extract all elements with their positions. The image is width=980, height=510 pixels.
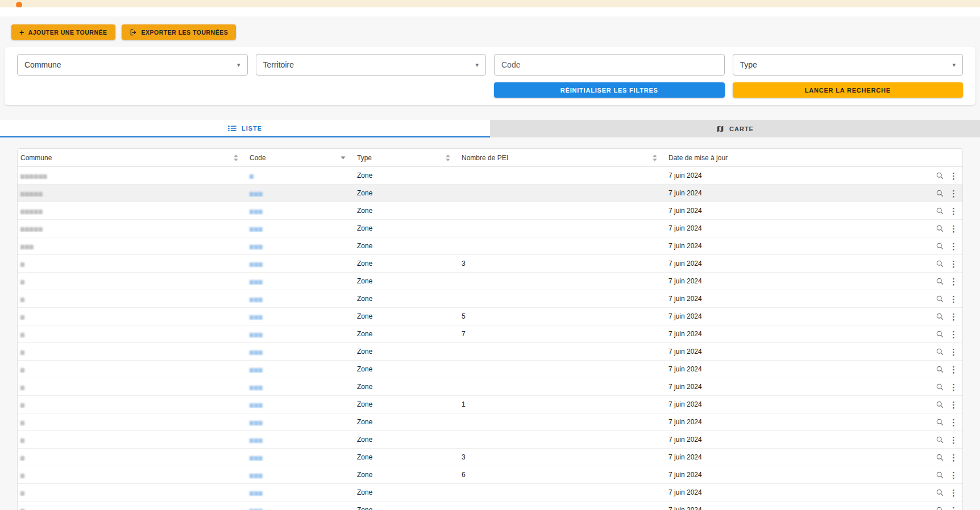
cell-pei: 6 — [458, 471, 665, 479]
code-link[interactable]: ▆▆▆ — [250, 296, 263, 302]
table-row: ▆▆▆▆Zone7 juin 2024⋮ — [18, 431, 962, 449]
territoire-select[interactable]: Territoire ▾ — [256, 54, 487, 76]
view-row-button[interactable] — [936, 506, 944, 510]
row-menu-button[interactable]: ⋮ — [949, 189, 958, 198]
row-menu-button[interactable]: ⋮ — [949, 436, 958, 444]
cell-commune: ▆ — [18, 471, 246, 479]
table-row: ▆▆▆▆▆▆▆▆Zone7 juin 2024⋮ — [18, 220, 962, 237]
code-link[interactable]: ▆▆▆ — [250, 244, 263, 249]
row-menu-button[interactable]: ⋮ — [949, 312, 958, 321]
commune-select[interactable]: Commune ▾ — [17, 54, 248, 76]
cell-code: ▆▆▆ — [246, 348, 354, 356]
view-row-button[interactable] — [936, 365, 944, 374]
column-header-type[interactable]: Type — [354, 149, 458, 166]
code-link[interactable]: ▆▆▆ — [250, 402, 263, 408]
view-row-button[interactable] — [936, 453, 944, 462]
view-row-button[interactable] — [936, 224, 944, 233]
code-link[interactable]: ▆▆▆ — [250, 208, 263, 214]
row-menu-button[interactable]: ⋮ — [949, 207, 958, 215]
view-row-button[interactable] — [936, 172, 944, 180]
view-row-button[interactable] — [936, 207, 944, 215]
row-menu-button[interactable]: ⋮ — [949, 383, 958, 391]
row-menu-button[interactable]: ⋮ — [949, 453, 958, 462]
export-label: EXPORTER LES TOURNÉES — [142, 29, 229, 36]
code-link[interactable]: ▆▆▆ — [250, 437, 263, 443]
add-tour-button[interactable]: + AJOUTER UNE TOURNÉE — [11, 24, 115, 40]
row-menu-button[interactable]: ⋮ — [949, 330, 958, 338]
commune-redacted-text: ▆▆▆▆▆▆ — [20, 173, 48, 179]
tab-liste[interactable]: LISTE — [0, 120, 490, 137]
row-menu-button[interactable]: ⋮ — [949, 400, 958, 409]
search-button[interactable]: LANCER LA RECHERCHE — [733, 82, 964, 98]
export-tours-button[interactable]: EXPORTER LES TOURNÉES — [122, 24, 236, 40]
cell-type: Zone — [354, 260, 458, 267]
view-row-button[interactable] — [936, 312, 944, 321]
code-link[interactable]: ▆▆▆ — [250, 384, 263, 390]
cell-date: 7 juin 2024 — [665, 471, 923, 479]
view-row-button[interactable] — [936, 383, 944, 391]
type-select[interactable]: Type ▾ — [733, 54, 964, 76]
cell-date: 7 juin 2024 — [665, 330, 923, 338]
view-row-button[interactable] — [936, 488, 944, 497]
row-menu-button[interactable]: ⋮ — [949, 488, 958, 497]
column-header-code[interactable]: Code — [246, 149, 354, 166]
commune-redacted-text: ▆ — [20, 332, 25, 337]
reset-filters-button[interactable]: RÉINITIALISER LES FILTRES — [494, 82, 725, 98]
code-link[interactable]: ▆▆▆ — [250, 226, 263, 232]
code-link[interactable]: ▆▆▆ — [250, 508, 263, 510]
view-row-button[interactable] — [936, 330, 944, 338]
code-link[interactable]: ▆▆▆ — [250, 490, 263, 496]
code-link[interactable]: ▆▆▆ — [250, 191, 263, 197]
row-menu-button[interactable]: ⋮ — [949, 242, 958, 250]
tab-carte[interactable]: CARTE — [490, 120, 980, 137]
map-icon — [716, 125, 724, 133]
table-row: ▆▆▆▆▆▆Zone7 juin 2024⋮ — [18, 237, 962, 255]
cell-date: 7 juin 2024 — [665, 436, 923, 444]
cell-type: Zone — [354, 189, 458, 197]
code-link[interactable]: ▆▆▆ — [250, 314, 263, 320]
code-link[interactable]: ▆▆▆ — [250, 367, 263, 373]
row-menu-button[interactable]: ⋮ — [949, 348, 958, 356]
cell-code: ▆▆▆ — [246, 242, 354, 250]
cell-type: Zone — [354, 471, 458, 479]
view-row-button[interactable] — [936, 277, 944, 286]
view-row-button[interactable] — [936, 471, 944, 479]
code-link[interactable]: ▆▆▆ — [250, 420, 263, 425]
view-row-button[interactable] — [936, 260, 944, 268]
view-row-button[interactable] — [936, 295, 944, 303]
column-header-date: Date de mise à jour — [665, 149, 923, 166]
view-row-button[interactable] — [936, 418, 944, 427]
view-row-button[interactable] — [936, 400, 944, 409]
row-menu-button[interactable]: ⋮ — [949, 365, 958, 374]
code-input[interactable] — [494, 54, 725, 76]
view-row-button[interactable] — [936, 348, 944, 356]
cell-code: ▆▆▆ — [246, 383, 354, 391]
cell-date: 7 juin 2024 — [665, 400, 923, 408]
row-menu-button[interactable]: ⋮ — [949, 418, 958, 427]
commune-redacted-text: ▆▆▆▆▆ — [20, 208, 43, 214]
code-link[interactable]: ▆ — [250, 173, 254, 179]
code-link[interactable]: ▆▆▆ — [250, 455, 263, 461]
code-link[interactable]: ▆▆▆ — [250, 279, 263, 285]
row-menu-button[interactable]: ⋮ — [949, 506, 958, 510]
cell-actions: ⋮ — [923, 383, 962, 391]
row-menu-button[interactable]: ⋮ — [949, 172, 958, 180]
code-link[interactable]: ▆▆▆ — [250, 261, 263, 267]
cell-date: 7 juin 2024 — [665, 295, 923, 303]
view-row-button[interactable] — [936, 242, 944, 250]
column-header-pei[interactable]: Nombre de PEI — [458, 149, 665, 166]
row-menu-button[interactable]: ⋮ — [949, 471, 958, 479]
code-link[interactable]: ▆▆▆ — [250, 332, 263, 337]
toolbar: + AJOUTER UNE TOURNÉE EXPORTER LES TOURN… — [0, 16, 980, 40]
code-link[interactable]: ▆▆▆ — [250, 473, 263, 478]
row-menu-button[interactable]: ⋮ — [949, 295, 958, 303]
row-menu-button[interactable]: ⋮ — [949, 277, 958, 286]
column-header-commune[interactable]: Commune — [18, 149, 246, 166]
row-menu-button[interactable]: ⋮ — [949, 224, 958, 233]
code-link[interactable]: ▆▆▆ — [250, 349, 263, 355]
commune-redacted-text: ▆ — [20, 437, 25, 443]
view-row-button[interactable] — [936, 436, 944, 444]
row-menu-button[interactable]: ⋮ — [949, 260, 958, 268]
view-row-button[interactable] — [936, 189, 944, 198]
sort-icon — [234, 154, 238, 161]
